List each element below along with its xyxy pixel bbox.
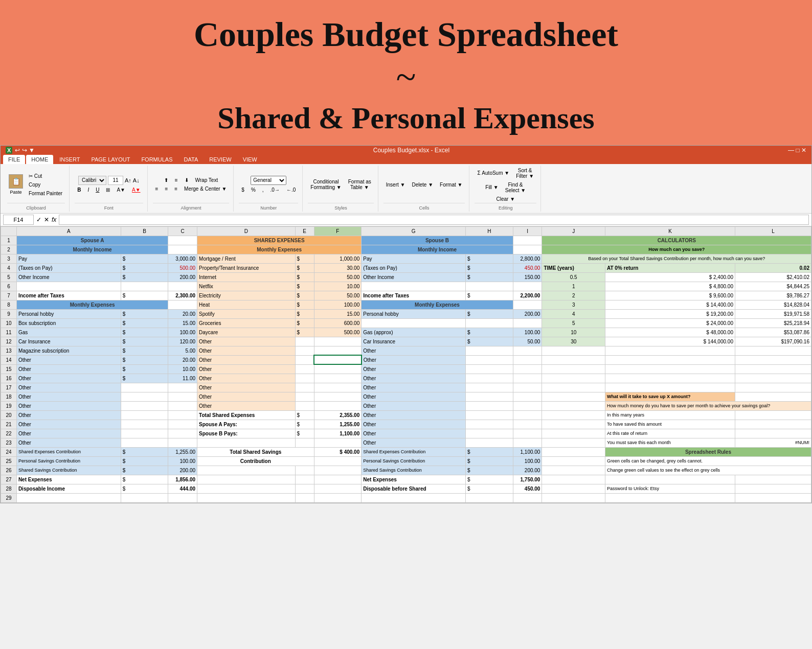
wrap-text[interactable]: Wrap Text — [193, 176, 221, 184]
cell-a2[interactable]: Monthly Income — [16, 245, 168, 254]
cell-g10[interactable] — [362, 318, 466, 328]
cell-b24[interactable]: $ — [121, 447, 168, 456]
cell-e5[interactable]: $ — [295, 272, 314, 282]
font-family-select[interactable]: Calibri — [78, 176, 106, 185]
cell-d27[interactable] — [197, 475, 295, 484]
cell-g14[interactable]: Other — [362, 355, 466, 364]
cell-c5[interactable]: 200.00 — [168, 272, 197, 282]
cell-b20[interactable] — [121, 410, 168, 420]
cell-a23[interactable]: Other — [16, 438, 121, 447]
cell-g1[interactable]: Spouse B — [362, 236, 513, 245]
cell-i11[interactable]: 100.00 — [513, 328, 542, 337]
align-middle[interactable]: ≡ — [172, 176, 181, 184]
cell-c12[interactable]: 120.00 — [168, 337, 197, 346]
cell-d23[interactable] — [197, 438, 295, 447]
cell-j16[interactable] — [542, 374, 605, 383]
cell-e27[interactable] — [295, 475, 314, 484]
col-header-l[interactable]: L — [735, 226, 811, 236]
tab-home[interactable]: HOME — [26, 155, 53, 164]
col-header-k[interactable]: K — [605, 226, 735, 236]
cell-k17[interactable] — [605, 383, 735, 392]
cell-b17[interactable] — [121, 383, 168, 392]
cell-d2[interactable]: Monthly Expenses — [197, 245, 362, 254]
cell-c17[interactable] — [168, 383, 197, 392]
cell-b4[interactable]: $ — [121, 263, 168, 272]
cell-i16[interactable] — [513, 374, 542, 383]
cell-d3[interactable]: Mortgage / Rent — [197, 254, 295, 263]
cell-d29[interactable] — [197, 493, 295, 502]
cell-a11[interactable]: Gas — [16, 328, 121, 337]
cell-f29[interactable] — [314, 493, 362, 502]
cell-g15[interactable]: Other — [362, 364, 466, 374]
cell-c3[interactable]: 3,000.00 — [168, 254, 197, 263]
cell-g2[interactable]: Monthly Income — [362, 245, 513, 254]
cell-j26[interactable] — [542, 466, 605, 475]
cell-g13[interactable]: Other — [362, 346, 466, 355]
cell-f25[interactable] — [314, 456, 362, 466]
cell-a4[interactable]: (Taxes on Pay) — [16, 263, 121, 272]
number-format-select[interactable]: General — [251, 176, 286, 185]
cell-reference-input[interactable] — [3, 215, 34, 225]
cell-e23[interactable] — [295, 438, 314, 447]
cell-b28[interactable]: $ — [121, 484, 168, 493]
cell-i1[interactable] — [513, 236, 542, 245]
cell-l15[interactable] — [735, 364, 811, 374]
cell-d11[interactable]: Daycare — [197, 328, 295, 337]
cell-j2[interactable]: How much can you save? — [542, 245, 811, 254]
cell-d26[interactable] — [197, 466, 295, 475]
percent-format[interactable]: % — [249, 186, 258, 194]
col-header-i[interactable]: I — [513, 226, 542, 236]
cell-h3[interactable]: $ — [466, 254, 513, 263]
tab-insert[interactable]: INSERT — [54, 155, 85, 164]
cell-e19[interactable] — [295, 401, 314, 410]
underline-button[interactable]: U — [93, 186, 102, 194]
align-left[interactable]: ≡ — [153, 185, 161, 193]
cell-f7[interactable]: 50.00 — [314, 291, 362, 300]
insert-button[interactable]: Insert ▼ — [384, 181, 408, 189]
cell-e26[interactable] — [295, 466, 314, 475]
cell-h12[interactable]: $ — [466, 337, 513, 346]
cell-b13[interactable]: $ — [121, 346, 168, 355]
tab-formulas[interactable]: FORMULAS — [136, 155, 177, 164]
cell-l16[interactable] — [735, 374, 811, 383]
cell-h19[interactable] — [466, 401, 513, 410]
cell-d15[interactable]: Other — [197, 364, 295, 374]
cell-a9[interactable]: Personal hobby — [16, 309, 121, 318]
cell-b26[interactable]: $ — [121, 466, 168, 475]
cell-j14[interactable] — [542, 355, 605, 364]
cell-d17[interactable]: Other — [197, 383, 295, 392]
cell-g19[interactable]: Other — [362, 401, 466, 410]
tab-view[interactable]: VIEW — [238, 155, 262, 164]
cell-a16[interactable]: Other — [16, 374, 121, 383]
cell-a5[interactable]: Other Income — [16, 272, 121, 282]
align-top[interactable]: ⬆ — [162, 176, 171, 184]
increase-decimal[interactable]: .0→ — [268, 186, 282, 194]
cell-d28[interactable] — [197, 484, 295, 493]
cell-b23[interactable] — [121, 438, 168, 447]
cell-h6[interactable] — [466, 282, 513, 291]
cut-button[interactable]: ✂ Cut — [26, 172, 65, 180]
cell-g21[interactable]: Other — [362, 420, 466, 429]
cell-j8[interactable]: 3 — [542, 300, 605, 309]
cell-h13[interactable] — [466, 346, 513, 355]
cell-f27[interactable] — [314, 475, 362, 484]
cell-f11[interactable]: 500.00 — [314, 328, 362, 337]
cell-c9[interactable]: 20.00 — [168, 309, 197, 318]
cell-i23[interactable] — [513, 438, 542, 447]
cell-d13[interactable]: Other — [197, 346, 295, 355]
comma-format[interactable]: , — [260, 186, 266, 194]
cell-j24[interactable] — [542, 447, 605, 456]
cell-a10[interactable]: Box subscription — [16, 318, 121, 328]
cell-l14[interactable] — [735, 355, 811, 364]
align-right[interactable]: ≡ — [172, 185, 180, 193]
cell-d14[interactable]: Other — [197, 355, 295, 364]
cell-j27[interactable] — [542, 475, 605, 484]
font-color-button[interactable]: A▼ — [129, 186, 143, 194]
cell-j25[interactable] — [542, 456, 605, 466]
cell-g3[interactable]: Pay — [362, 254, 466, 263]
cell-l17[interactable] — [735, 383, 811, 392]
cell-g6[interactable] — [362, 282, 466, 291]
cell-b22[interactable] — [121, 429, 168, 438]
col-header-j[interactable]: J — [542, 226, 605, 236]
cell-c20[interactable] — [168, 410, 197, 420]
